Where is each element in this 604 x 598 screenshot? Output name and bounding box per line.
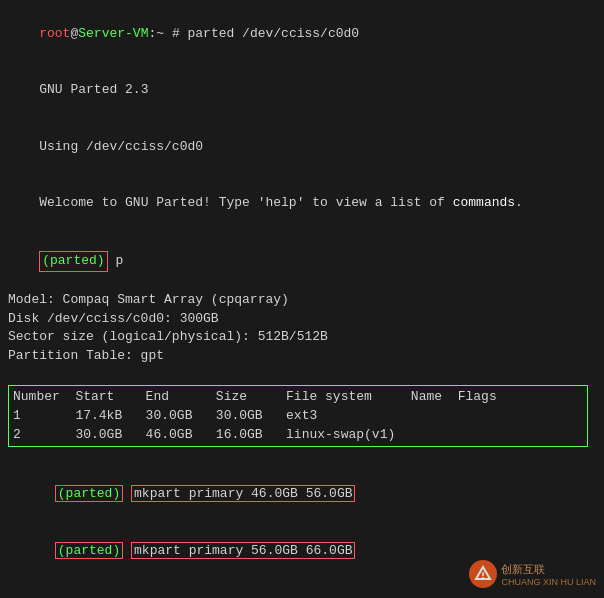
cmd-parted: parted /dev/cciss/c0d0 xyxy=(188,26,360,41)
line-model: Model: Compaq Smart Array (cpqarray) xyxy=(8,291,596,310)
line-blank-1 xyxy=(8,366,596,385)
line-parted-p1: (parted) p xyxy=(8,232,596,291)
mkpart-cmd-1: mkpart primary 46.0GB 56.0GB xyxy=(131,485,355,502)
svg-point-2 xyxy=(483,577,485,579)
watermark-label: 创新互联 CHUANG XIN HU LIAN xyxy=(501,562,596,587)
line-1: root@Server-VM:~ # parted /dev/cciss/c0d… xyxy=(8,6,596,63)
prompt-hostname: Server-VM xyxy=(78,26,148,41)
mkpart-cmd-2: mkpart primary 56.0GB 66.0GB xyxy=(131,542,355,559)
parted-prompt-box-1: (parted) xyxy=(39,251,107,272)
line-blank-2 xyxy=(8,447,596,466)
mkpart-commands-block: (parted) mkpart primary 46.0GB 56.0GB (p… xyxy=(8,466,355,598)
mkpart-1: (parted) mkpart primary 46.0GB 56.0GB xyxy=(8,466,355,523)
watermark-logo-svg xyxy=(474,565,492,583)
line-gnu-parted: GNU Parted 2.3 xyxy=(8,63,596,120)
line-using: Using /dev/cciss/c0d0 xyxy=(8,119,596,176)
table-header-1: Number Start End Size File system Name F… xyxy=(13,388,583,407)
table-row-2: 2 30.0GB 46.0GB 16.0GB linux-swap(v1) xyxy=(13,426,583,445)
line-sector: Sector size (logical/physical): 512B/512… xyxy=(8,328,596,347)
line-disk: Disk /dev/cciss/c0d0: 300GB xyxy=(8,310,596,329)
mkpart-3: (parted) mkpart primary 66.0GB 76.0GB xyxy=(8,579,355,598)
watermark: 创新互联 CHUANG XIN HU LIAN xyxy=(469,560,596,588)
parted-prompt-mkpart-1: (parted) xyxy=(55,485,123,502)
line-welcome: Welcome to GNU Parted! Type 'help' to vi… xyxy=(8,176,596,233)
line-partition-table: Partition Table: gpt xyxy=(8,347,596,366)
watermark-icon xyxy=(469,560,497,588)
commands-highlight: commands xyxy=(453,195,515,210)
prompt-hash: # xyxy=(164,26,187,41)
prompt-tilde: ~ xyxy=(156,26,164,41)
parted-prompt-mkpart-2: (parted) xyxy=(55,542,123,559)
mkpart-2: (parted) mkpart primary 56.0GB 66.0GB xyxy=(8,523,355,580)
prompt-root: root xyxy=(39,26,70,41)
table-row-1: 1 17.4kB 30.0GB 30.0GB ext3 xyxy=(13,407,583,426)
terminal-window: root@Server-VM:~ # parted /dev/cciss/c0d… xyxy=(0,0,604,598)
partition-table-1: Number Start End Size File system Name F… xyxy=(8,385,588,448)
